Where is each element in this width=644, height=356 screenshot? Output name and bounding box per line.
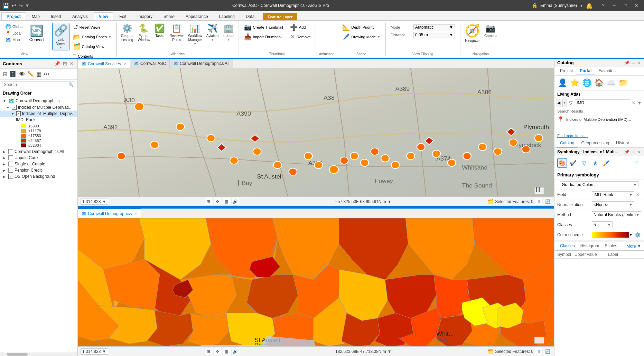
grid-ctrl-btn[interactable]: ⊞ <box>205 198 212 205</box>
catalog-close-btn[interactable]: ✕ <box>636 60 641 65</box>
normalization-x-btn[interactable] <box>634 201 641 208</box>
sc-checkbox[interactable] <box>8 162 13 166</box>
geoprocessing-btn[interactable]: ⚙️ Geopro-cessing <box>120 23 135 43</box>
contents-scrollbar[interactable] <box>0 352 77 356</box>
symb-histogram-tab[interactable]: Histogram <box>578 242 602 250</box>
catalog-portal-tab[interactable]: Portal <box>576 67 595 75</box>
symb-pin-btn[interactable]: 📌 <box>624 150 630 154</box>
tab-view[interactable]: View <box>94 12 113 20</box>
tab-insert[interactable]: Insert <box>46 12 66 20</box>
camera-btn[interactable]: 📷 Camera <box>483 23 498 39</box>
catalog-view-btn[interactable]: 🗂️ Catalog View <box>71 42 113 51</box>
minimize-button[interactable]: − <box>609 1 619 10</box>
search-result-1[interactable]: 📍 Indices of Multiple Deprivation (IMD) … <box>554 115 644 124</box>
contents-scroll-thumb[interactable] <box>7 353 28 356</box>
cd-all-checkbox[interactable] <box>8 149 13 154</box>
find-more-link[interactable]: Find more items... <box>554 132 644 139</box>
color-scheme-settings-icon[interactable]: ⚙️ <box>634 231 641 238</box>
contents-pin-btn[interactable]: 📌 <box>54 61 61 66</box>
catalog-panes-btn[interactable]: 📂 Catalog Panes ▼ <box>71 32 113 41</box>
tab-project[interactable]: Project <box>1 12 26 20</box>
field-x-btn[interactable]: ✕ <box>634 191 641 198</box>
drawing-mode-btn[interactable]: 🖊️ Drawing Mode ▼ <box>340 32 382 41</box>
tab-analysis[interactable]: Analysis <box>67 12 93 20</box>
single-couple-layer[interactable]: ▶ Single or Couple <box>0 161 77 167</box>
local-btn[interactable]: 📍 Local <box>4 30 25 36</box>
map-type-btn[interactable]: 🗺️ Map <box>4 37 25 43</box>
cornwall-demographics-group[interactable]: ▼ 🗺️ Cornwall Demographics <box>0 97 77 104</box>
toolbar-edit-btn[interactable]: ✏️ <box>27 70 35 78</box>
lower-refresh-btn[interactable]: 🔄 <box>544 348 551 355</box>
tab-data[interactable]: Data <box>241 12 260 20</box>
method-dropdown[interactable]: Natural Breaks (Jenks) ▼ <box>592 211 641 218</box>
tab-edit[interactable]: Edit <box>114 12 132 20</box>
maximize-button[interactable]: □ <box>620 1 630 10</box>
color-scheme-arrow[interactable]: ▼ <box>629 233 633 237</box>
catalog-search-btn[interactable]: ▼ <box>637 100 642 106</box>
symb-tab-star[interactable]: ★ <box>590 158 600 168</box>
cornwall-services-tab-close[interactable]: ✕ <box>124 62 127 66</box>
search-input[interactable] <box>2 81 67 88</box>
tab-imagery[interactable]: Imagery <box>132 12 158 20</box>
symb-tab-brush[interactable]: 🖌️ <box>601 158 611 168</box>
cornwall-demographics-tab[interactable]: 🗺️ Cornwall Demographics ✕ <box>78 209 141 218</box>
catalog-pin-btn[interactable]: 📌 <box>624 60 630 65</box>
cornwall-services-tab[interactable]: 🗺️ Cornwall Services ✕ <box>78 59 130 68</box>
contents-menu-btn[interactable]: ⊞ <box>62 61 68 66</box>
catalog-folder-icon[interactable]: 📁 <box>618 78 628 88</box>
link-views-button[interactable]: 🔗 LinkViews ▼ <box>52 23 69 50</box>
tab-share[interactable]: Share <box>158 12 180 20</box>
remove-btn[interactable]: ✕ Remove <box>288 32 313 41</box>
navigator-btn[interactable]: 🧭 Navigator <box>463 23 482 44</box>
contents-btn[interactable]: ≡ Contents <box>71 52 113 59</box>
symb-menu-btn[interactable]: ≡ <box>632 150 635 154</box>
lower-crosshair-ctrl-btn[interactable]: ✛ <box>214 348 221 355</box>
catalog-menu-btn[interactable]: ≡ <box>632 60 635 65</box>
cornwall-demographics-tab-close[interactable]: ✕ <box>134 212 137 215</box>
os-background-layer[interactable]: ▶ OS Open Background <box>0 173 77 180</box>
toolbar-more-btn[interactable]: ••• <box>43 70 50 78</box>
aviation-btn[interactable]: ✈️ Aviation ▼ <box>205 23 220 42</box>
color-scheme-preview[interactable] <box>592 232 629 238</box>
symb-tab-check[interactable]: ✔️ <box>568 158 578 168</box>
pause-btn[interactable]: ⏸ <box>535 198 542 205</box>
audio-ctrl-btn[interactable]: 🔊 <box>232 198 239 205</box>
lower-scale-dropdown[interactable]: 1:314,828 ▼ <box>81 348 108 355</box>
tasks-btn[interactable]: ✅ Tasks <box>153 23 167 39</box>
table-ctrl-btn[interactable]: ▦ <box>223 198 230 205</box>
toolbar-visibility-btn[interactable]: 👁️ <box>18 70 26 78</box>
toolbar-table-btn[interactable]: ▦ <box>36 70 42 78</box>
refresh-btn[interactable]: 🔄 <box>544 198 551 205</box>
classes-dropdown[interactable]: 5 ▼ <box>592 221 613 228</box>
tab-appearance[interactable]: Appearance <box>180 12 213 20</box>
python-window-btn[interactable]: 🐍 PythonWindow <box>137 23 152 43</box>
catalog-favorites-tab[interactable]: Favorites <box>595 67 619 75</box>
convert-button[interactable]: 🔄 Convert <box>27 23 46 44</box>
field-dropdown[interactable]: IMD_Rank ▼ <box>592 191 634 198</box>
global-btn[interactable]: 🌐 Global <box>4 23 25 30</box>
mode-dropdown[interactable]: Automatic ▼ <box>413 24 455 30</box>
symb-classes-tab[interactable]: Classes <box>557 242 578 250</box>
catalog-nav-catalog[interactable]: Catalog <box>557 139 578 147</box>
undo-icon[interactable]: ↩ <box>12 2 16 9</box>
tab-feature-layer[interactable]: Feature Layer <box>263 13 297 20</box>
tab-labeling[interactable]: Labeling <box>214 12 240 20</box>
catalog-project-tab[interactable]: Project <box>557 67 576 75</box>
upper-scale-dropdown[interactable]: 1:314,828 ▼ <box>81 199 108 205</box>
coords-dropdown-icon[interactable]: ▼ <box>388 199 392 204</box>
pc-checkbox[interactable] <box>8 168 13 173</box>
symb-tab-paint[interactable]: 🎨 <box>557 158 567 168</box>
lower-grid-ctrl-btn[interactable]: ⊞ <box>205 348 212 355</box>
graduated-colors-dropdown[interactable]: Graduated Colors ▼ <box>560 181 638 188</box>
reviewer-rules-btn[interactable]: 📋 ReviewerRules <box>168 23 185 43</box>
unpaid-care-layer[interactable]: ▶ Unpaid Care <box>0 155 77 161</box>
cornwall-demographics-all[interactable]: ▶ Cornwall Demographics All <box>0 148 77 155</box>
imd-sublayer[interactable]: ▼ Indices_of_Multiple_Deprivatio... <box>0 110 77 117</box>
upper-map-inner[interactable]: A30 A390 A38 A389 A386 A392 A390 A374 Pl… <box>78 68 554 196</box>
customize-icon[interactable]: ▼ <box>25 3 30 8</box>
symb-scales-tab[interactable]: Scales <box>602 242 620 250</box>
catalog-search-input[interactable] <box>575 99 630 106</box>
distance-dropdown[interactable]: 0.05 m ▼ <box>413 32 455 38</box>
symb-more-btn[interactable]: More ▼ <box>626 244 641 249</box>
close-button[interactable]: ✕ <box>632 1 641 10</box>
